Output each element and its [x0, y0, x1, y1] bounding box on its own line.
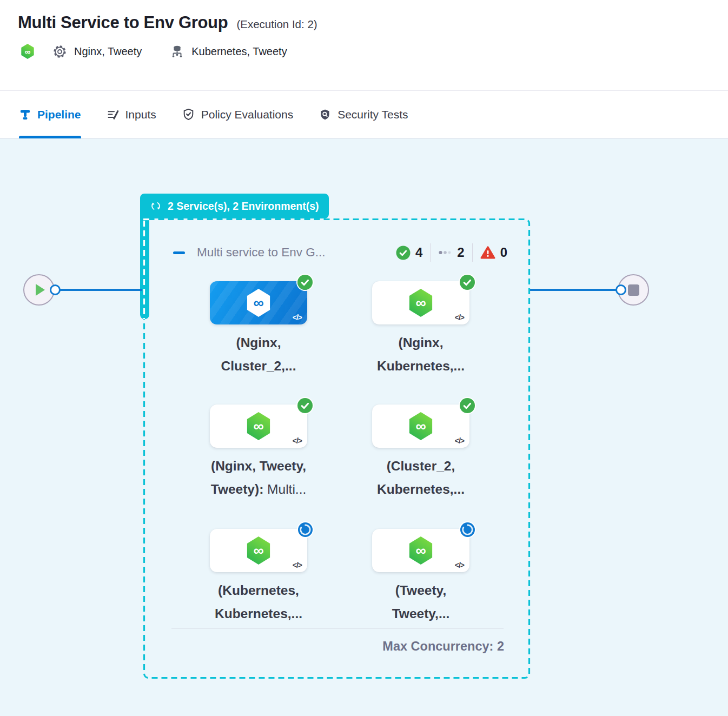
stop-icon: [628, 284, 639, 296]
tab-security-tests[interactable]: Security Tests: [319, 91, 408, 138]
environments-meta: Kubernetes, Tweety: [170, 44, 287, 59]
connector-dot-left: [50, 284, 61, 295]
tab-label: Inputs: [125, 108, 156, 121]
execution-tabbar: Pipeline Inputs Policy Evaluations Secur…: [0, 91, 728, 138]
tab-label: Pipeline: [37, 108, 81, 121]
services-meta: Nginx, Tweety: [52, 44, 142, 59]
tab-pipeline[interactable]: Pipeline: [19, 91, 81, 138]
page-title: Multi Service to Env Group: [18, 13, 228, 32]
connector-line-left: [52, 289, 142, 291]
execution-header: Multi Service to Env Group (Execution Id…: [0, 0, 728, 91]
security-shield-icon: [319, 108, 332, 121]
stage-group-border: [140, 215, 534, 682]
pipeline-canvas[interactable]: 2 Service(s), 2 Environment(s) Multi ser…: [0, 138, 728, 716]
matrix-badge[interactable]: 2 Service(s), 2 Environment(s): [140, 194, 329, 218]
gear-icon: [52, 44, 67, 59]
tab-label: Security Tests: [337, 108, 408, 121]
connector-dot-right: [616, 284, 626, 295]
services-label: Nginx, Tweety: [74, 45, 142, 58]
harness-cd-icon: ∞: [21, 44, 35, 59]
pipeline-icon: [19, 108, 31, 121]
connector-line-right: [530, 289, 621, 291]
execution-meta: ∞ Nginx, Tweety: [21, 44, 728, 59]
inputs-icon: [107, 108, 120, 121]
environments-label: Kubernetes, Tweety: [191, 45, 287, 58]
environment-group-icon: [170, 44, 184, 59]
loop-icon: [150, 200, 162, 212]
execution-id: (Execution Id: 2): [236, 18, 317, 31]
policy-shield-icon: [182, 108, 195, 121]
tab-policy-evaluations[interactable]: Policy Evaluations: [182, 91, 293, 138]
matrix-badge-label: 2 Service(s), 2 Environment(s): [168, 200, 319, 213]
tab-inputs[interactable]: Inputs: [107, 91, 156, 138]
tab-label: Policy Evaluations: [201, 108, 293, 121]
title-row: Multi Service to Env Group (Execution Id…: [18, 13, 728, 32]
play-icon: [36, 284, 45, 296]
